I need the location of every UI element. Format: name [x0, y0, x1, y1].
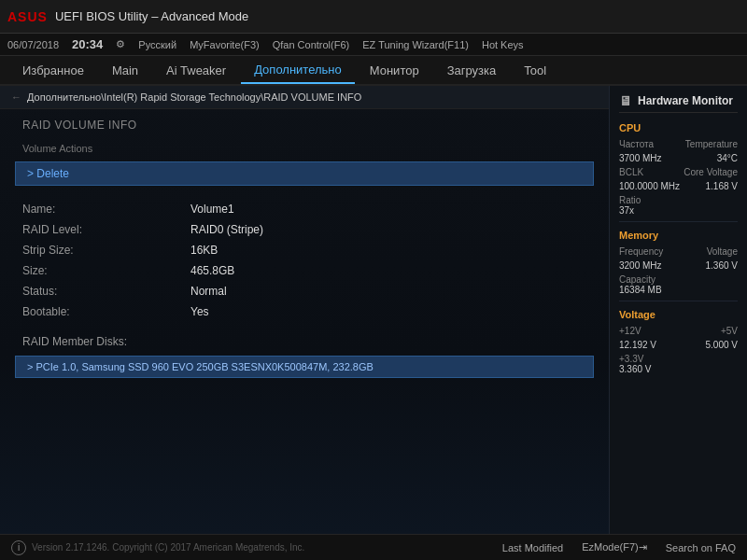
cpu-section-title: CPU: [619, 122, 738, 133]
mem-freq-val-row: 3200 MHz 1.360 V: [619, 260, 738, 271]
monitor-icon: 🖥: [619, 93, 632, 108]
header: ASUS UEFI BIOS Utility – Advanced Mode: [0, 0, 747, 34]
footer-right: Last Modified EzMode(F7)⇥ Search on FAQ: [502, 541, 736, 553]
status-val: Normal: [190, 285, 586, 298]
mem-volt-label: Voltage: [707, 246, 738, 257]
name-key: Name:: [22, 203, 190, 216]
mem-cap-label: Capacity: [619, 274, 738, 285]
delete-action[interactable]: > Delete: [15, 161, 594, 186]
cpu-temp-label: Temperature: [685, 139, 738, 149]
v33-value: 3.360 V: [619, 364, 738, 374]
v5-value: 5.000 V: [706, 340, 738, 350]
v5-label: +5V: [721, 326, 738, 336]
asus-logo: ASUS: [7, 9, 48, 24]
raid-level-val: RAID0 (Stripe): [190, 223, 586, 236]
sidebar-title: 🖥 Hardware Monitor: [619, 93, 738, 113]
info-table: Name: Volume1 RAID Level: RAID0 (Stripe)…: [22, 203, 586, 318]
ez-tuning-btn[interactable]: EZ Tuning Wizard(F11): [362, 39, 469, 50]
date-display: 06/07/2018: [7, 39, 59, 50]
info-icon[interactable]: i: [11, 540, 26, 555]
cpu-bclk-val-row: 100.0000 MHz 1.168 V: [619, 181, 738, 191]
nav-ai-tweaker[interactable]: Ai Tweaker: [153, 58, 239, 83]
cpu-freq-val-row: 3700 MHz 34°C: [619, 153, 738, 163]
v12-val-row: 12.192 V 5.000 V: [619, 340, 738, 350]
status-key: Status:: [22, 285, 190, 298]
nav-zagruzka[interactable]: Загрузка: [434, 58, 510, 83]
raid-level-key: RAID Level:: [22, 223, 190, 236]
mem-freq-value: 3200 MHz: [619, 260, 662, 271]
mem-freq-label: Frequency: [619, 246, 663, 257]
breadcrumb: ← Дополнительно\Intel(R) Rapid Storage T…: [0, 86, 609, 109]
cpu-freq-row: Частота Temperature: [619, 139, 738, 149]
hotkeys-btn[interactable]: Hot Keys: [482, 39, 524, 50]
ratio-value: 37x: [619, 205, 738, 216]
footer: i Version 2.17.1246. Copyright (C) 2017 …: [0, 534, 747, 560]
v12-label: +12V: [619, 326, 641, 336]
strip-size-key: Strip Size:: [22, 244, 190, 257]
cpu-freq-value: 3700 MHz: [619, 153, 662, 163]
lang-btn[interactable]: Русский: [138, 39, 176, 50]
size-key: Size:: [22, 264, 190, 277]
breadcrumb-text: Дополнительно\Intel(R) Rapid Storage Tec…: [27, 91, 361, 103]
sep1: [619, 221, 738, 222]
nav-dopolnitelno[interactable]: Дополнительно: [241, 57, 355, 84]
bclk-label: BCLK: [619, 167, 643, 177]
section-title: RAID VOLUME INFO: [0, 109, 609, 135]
delete-label: > Delete: [27, 167, 69, 180]
copyright-text: Version 2.17.1246. Copyright (C) 2017 Am…: [32, 542, 304, 553]
disk-label: > PCIe 1.0, Samsung SSD 960 EVO 250GB S3…: [27, 361, 374, 372]
myfavorite-btn[interactable]: MyFavorite(F3): [190, 39, 260, 50]
main-area: ← Дополнительно\Intel(R) Rapid Storage T…: [0, 86, 747, 534]
time-display: 20:34: [72, 37, 103, 51]
cpu-freq-label: Частота: [619, 139, 654, 149]
bios-title: UEFI BIOS Utility – Advanced Mode: [55, 9, 248, 23]
sidebar-title-text: Hardware Monitor: [638, 94, 733, 107]
core-v-label: Core Voltage: [684, 167, 738, 177]
mem-cap-value: 16384 MB: [619, 285, 738, 295]
top-bar: 06/07/2018 20:34 ⚙ Русский MyFavorite(F3…: [0, 34, 747, 56]
nav-bar: Избранное Main Ai Tweaker Дополнительно …: [0, 56, 747, 86]
sep2: [619, 301, 738, 301]
nav-monitor[interactable]: Монитор: [357, 58, 432, 83]
cpu-bclk-label-row: BCLK Core Voltage: [619, 167, 738, 177]
mem-freq-label-row: Frequency Voltage: [619, 246, 738, 257]
memory-section-title: Memory: [619, 230, 738, 241]
bootable-val: Yes: [190, 305, 586, 318]
ratio-label: Ratio: [619, 195, 738, 205]
v33-label: +3.3V: [619, 354, 738, 364]
cpu-temp-value: 34°C: [717, 153, 738, 163]
gear-icon[interactable]: ⚙: [116, 38, 125, 50]
volume-actions-label: Volume Actions: [0, 135, 609, 158]
name-val: Volume1: [190, 203, 586, 216]
bclk-value: 100.0000 MHz: [619, 181, 680, 191]
strip-size-val: 16KB: [190, 244, 586, 257]
hardware-monitor-sidebar: 🖥 Hardware Monitor CPU Частота Temperatu…: [609, 86, 747, 534]
v12-value: 12.192 V: [619, 340, 656, 350]
nav-main[interactable]: Main: [99, 58, 151, 83]
disk-row[interactable]: > PCIe 1.0, Samsung SSD 960 EVO 250GB S3…: [15, 356, 594, 378]
nav-tool[interactable]: Tool: [511, 58, 559, 83]
logo-area: ASUS UEFI BIOS Utility – Advanced Mode: [7, 9, 248, 24]
core-v-value: 1.168 V: [706, 181, 738, 191]
size-val: 465.8GB: [190, 264, 586, 277]
last-modified-btn[interactable]: Last Modified: [502, 541, 563, 553]
footer-left: i Version 2.17.1246. Copyright (C) 2017 …: [11, 540, 304, 555]
nav-izbranoe[interactable]: Избранное: [9, 58, 97, 83]
search-faq-btn[interactable]: Search on FAQ: [666, 541, 736, 553]
v12-label-row: +12V +5V: [619, 326, 738, 336]
content-panel: ← Дополнительно\Intel(R) Rapid Storage T…: [0, 86, 609, 534]
bootable-key: Bootable:: [22, 305, 190, 318]
member-disks-label: RAID Member Disks:: [0, 326, 609, 354]
voltage-section-title: Voltage: [619, 309, 738, 320]
qfan-btn[interactable]: Qfan Control(F6): [273, 39, 350, 50]
ez-mode-btn[interactable]: EzMode(F7)⇥: [582, 541, 647, 553]
back-arrow[interactable]: ←: [11, 91, 21, 103]
mem-volt-value: 1.360 V: [706, 260, 738, 271]
